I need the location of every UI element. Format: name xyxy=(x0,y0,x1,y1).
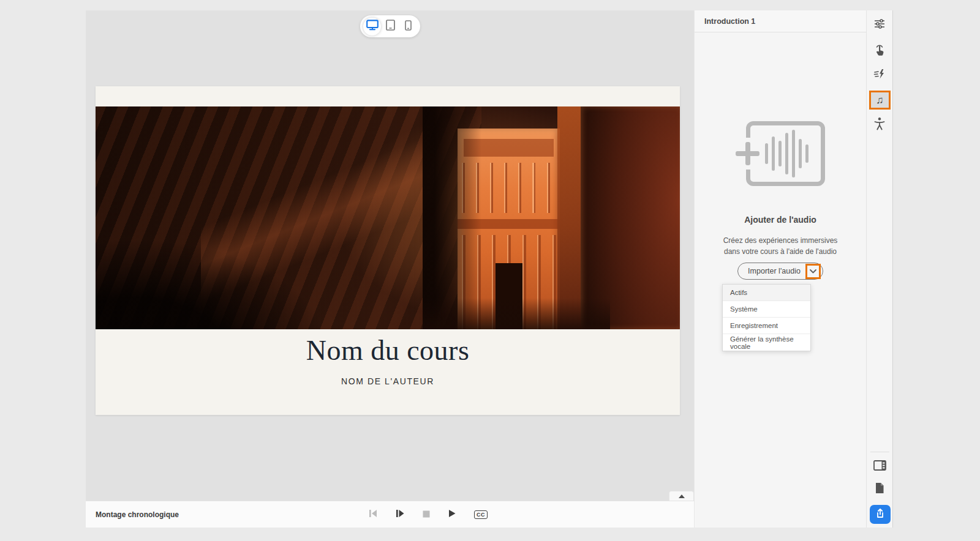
add-audio-waveform-icon xyxy=(736,121,825,186)
playback-controls: CC xyxy=(369,501,488,528)
course-title[interactable]: Nom du cours xyxy=(96,334,680,367)
share-icon xyxy=(875,508,886,521)
skip-back-button[interactable] xyxy=(369,509,377,520)
accessibility-tool-button[interactable] xyxy=(867,118,892,132)
notes-button[interactable] xyxy=(867,483,892,495)
device-desktop-button[interactable] xyxy=(363,18,381,35)
settings-tool-button[interactable] xyxy=(867,19,892,31)
device-mobile-button[interactable] xyxy=(399,18,417,35)
interactions-tool-button[interactable] xyxy=(867,45,892,58)
import-audio-menu: Actifs Système Enregistrement Générer la… xyxy=(722,284,811,351)
preview-panel-icon xyxy=(873,460,886,473)
step-forward-button[interactable] xyxy=(396,509,404,520)
tablet-icon xyxy=(386,20,395,33)
play-button[interactable] xyxy=(448,509,456,520)
closed-captions-button[interactable]: CC xyxy=(474,510,488,519)
timeline-label: Montage chronologique xyxy=(96,501,179,528)
add-audio-title: Ajouter de l'audio xyxy=(695,215,866,225)
chevron-up-icon xyxy=(679,494,685,498)
notes-page-icon xyxy=(875,482,884,496)
skip-back-icon xyxy=(369,509,377,520)
slide-preview[interactable]: Nom du cours NOM DE L'AUTEUR xyxy=(96,86,680,415)
animation-lightning-icon xyxy=(873,68,886,83)
accessibility-icon xyxy=(873,117,886,133)
import-audio-label: Importer l'audio xyxy=(748,267,801,275)
sliders-icon xyxy=(873,18,886,32)
chevron-down-icon xyxy=(810,269,816,274)
menu-item-synthese-vocale[interactable]: Générer la synthèse vocale xyxy=(723,334,810,351)
step-forward-icon xyxy=(396,509,404,520)
import-audio-dropdown-toggle[interactable] xyxy=(805,264,821,279)
interaction-hand-icon xyxy=(873,43,886,59)
menu-item-actifs[interactable]: Actifs xyxy=(723,285,810,301)
device-tablet-button[interactable] xyxy=(382,18,399,35)
menu-item-systeme[interactable]: Système xyxy=(723,301,810,318)
import-audio-button[interactable]: Importer l'audio xyxy=(737,263,823,280)
stop-button[interactable] xyxy=(423,509,430,520)
properties-panel: Introduction 1 Ajouter de l'audio Créez … xyxy=(694,10,866,528)
panel-header-title: Introduction 1 xyxy=(695,10,866,32)
closed-captions-icon: CC xyxy=(474,510,488,519)
preview-panel-button[interactable] xyxy=(867,460,892,472)
menu-item-enregistrement[interactable]: Enregistrement xyxy=(723,318,810,334)
mobile-icon xyxy=(405,20,412,33)
stop-icon xyxy=(423,509,430,520)
author-name[interactable]: NOM DE L'AUTEUR xyxy=(96,376,680,386)
play-icon xyxy=(448,509,456,520)
petra-canyon-photo xyxy=(96,106,680,329)
share-button[interactable] xyxy=(870,505,891,524)
audio-tool-button[interactable]: ♫ xyxy=(869,91,891,110)
animations-tool-button[interactable] xyxy=(867,69,892,81)
rail-divider xyxy=(870,452,889,452)
music-note-icon: ♫ xyxy=(876,95,884,105)
tool-rail: ♫ xyxy=(866,10,893,528)
desktop-icon xyxy=(366,20,379,33)
device-switcher xyxy=(360,15,420,37)
canvas-area: Nom du cours NOM DE L'AUTEUR xyxy=(86,10,694,501)
add-audio-description: Créez des expériences immersives dans vo… xyxy=(695,235,866,257)
timeline-bar: Montage chronologique CC xyxy=(86,501,694,528)
timeline-expand-tab[interactable] xyxy=(669,491,694,501)
